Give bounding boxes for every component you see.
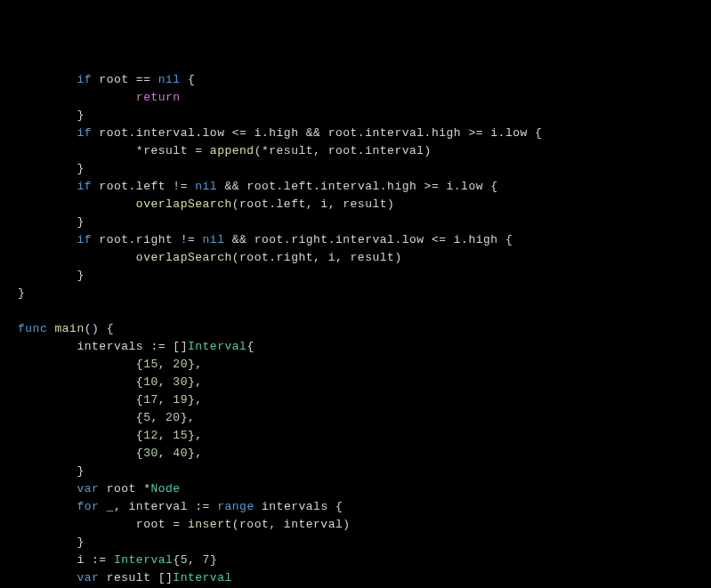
code-line: overlapSearch(root.right, i, result): [18, 249, 711, 267]
code-line: {12, 15},: [18, 427, 711, 445]
code-line: }: [18, 213, 711, 231]
code-line: {5, 20},: [18, 409, 711, 427]
code-line: for _, interval := range intervals {: [18, 498, 711, 516]
code-line: }: [18, 107, 711, 125]
code-line: overlapSearch(root.left, i, result): [18, 196, 711, 213]
code-line: var root *Node: [18, 480, 711, 498]
code-line: if root.right != nil && root.right.inter…: [18, 231, 711, 249]
code-line: {15, 20},: [18, 356, 711, 374]
code-line: return: [18, 89, 711, 107]
code-line: }: [18, 463, 711, 480]
code-line: if root.left != nil && root.left.interva…: [18, 178, 711, 196]
code-line: {30, 40},: [18, 445, 711, 463]
code-line: i := Interval{5, 7}: [18, 552, 711, 569]
code-line: intervals := []Interval{: [18, 338, 711, 356]
code-line: }: [18, 285, 711, 302]
code-line: }: [18, 267, 711, 285]
code-line: if root == nil {: [18, 71, 711, 89]
code-line: if root.interval.low <= i.high && root.i…: [18, 125, 711, 142]
code-line: func main() {: [18, 320, 711, 338]
code-line: [18, 302, 711, 320]
code-line: root = insert(root, interval): [18, 516, 711, 534]
code-line: *result = append(*result, root.interval): [18, 142, 711, 160]
code-line: }: [18, 534, 711, 552]
code-line: }: [18, 160, 711, 178]
code-editor-view: if root == nil { return } if root.interv…: [0, 71, 711, 588]
code-line: var result []Interval: [18, 569, 711, 587]
code-line: {17, 19},: [18, 391, 711, 409]
code-line: {10, 30},: [18, 374, 711, 391]
